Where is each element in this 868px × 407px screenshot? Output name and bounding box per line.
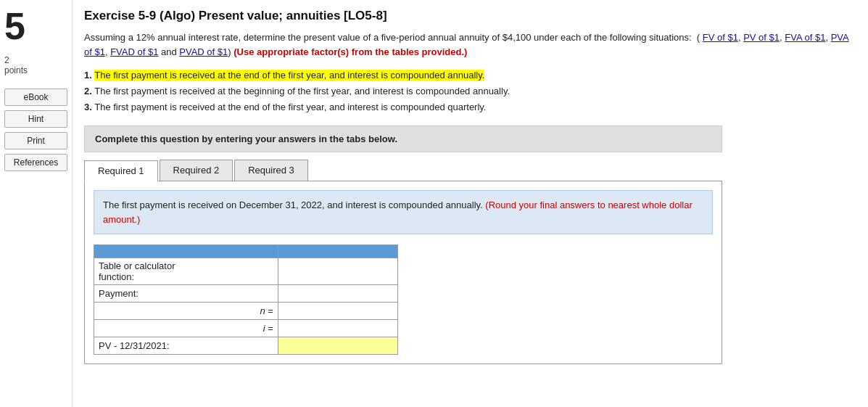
table-row-i: i = xyxy=(94,320,398,337)
tab-required-1[interactable]: Required 1 xyxy=(84,160,158,181)
print-button[interactable]: Print xyxy=(4,132,67,149)
list-item-2: 2. The first payment is received at the … xyxy=(84,83,856,99)
tab-required-3[interactable]: Required 3 xyxy=(234,160,308,181)
fv1-link[interactable]: FV of $1 xyxy=(703,32,738,43)
fvad1-link[interactable]: FVAD of $1 xyxy=(110,46,158,57)
tab-description: The first payment is received on Decembe… xyxy=(94,190,713,234)
table-row-payment: Payment: xyxy=(94,285,398,303)
hint-button[interactable]: Hint xyxy=(4,110,67,128)
payment-label: Payment: xyxy=(94,285,278,303)
data-table: Table or calculatorfunction: Payment: xyxy=(94,244,398,355)
table-row-function: Table or calculatorfunction: xyxy=(94,258,398,285)
intro-text: Assuming a 12% annual interest rate, det… xyxy=(84,30,856,59)
bold-instruction: (Use appropriate factor(s) from the tabl… xyxy=(233,46,467,57)
main-content: Exercise 5-9 (Algo) Present value; annui… xyxy=(73,0,868,407)
exercise-title: Exercise 5-9 (Algo) Present value; annui… xyxy=(84,9,856,23)
n-input[interactable] xyxy=(280,304,396,318)
table-row-n: n = xyxy=(94,303,398,320)
pv-input-cell xyxy=(278,337,397,355)
ebook-button[interactable]: eBook xyxy=(4,89,67,106)
header-col1 xyxy=(94,245,278,258)
payment-input-cell xyxy=(278,285,397,303)
problem-number: 5 xyxy=(4,7,67,45)
tabs-row: Required 1 Required 2 Required 3 xyxy=(84,160,722,181)
n-input-cell xyxy=(278,303,397,320)
tab-content: The first payment is received on Decembe… xyxy=(84,181,722,364)
pv-label: PV - 12/31/2021: xyxy=(94,337,278,355)
pv-input[interactable] xyxy=(280,339,396,353)
function-label: Table or calculatorfunction: xyxy=(94,258,278,285)
i-input-cell xyxy=(278,320,397,337)
header-col2 xyxy=(278,245,397,258)
i-input[interactable] xyxy=(280,321,396,335)
table-header-row xyxy=(94,245,398,258)
sidebar: 5 2 points eBook Hint Print References xyxy=(0,0,73,407)
tab-description-text: The first payment is received on Decembe… xyxy=(103,200,483,210)
payment-input[interactable] xyxy=(280,287,396,300)
list-items: 1. The first payment is received at the … xyxy=(84,67,856,115)
item-1-text: The first payment is received at the end… xyxy=(94,70,484,81)
i-label: i = xyxy=(94,320,278,337)
points-label: 2 points xyxy=(4,55,67,75)
n-label: n = xyxy=(94,303,278,320)
instruction-box: Complete this question by entering your … xyxy=(84,126,722,152)
tabs-area: Required 1 Required 2 Required 3 The fir… xyxy=(84,160,722,364)
list-item-3: 3. The first payment is received at the … xyxy=(84,99,856,115)
function-input[interactable] xyxy=(280,265,396,279)
references-button[interactable]: References xyxy=(4,154,67,171)
fva1-link[interactable]: FVA of $1 xyxy=(785,32,825,43)
tab-required-2[interactable]: Required 2 xyxy=(160,160,233,181)
list-item-1: 1. The first payment is received at the … xyxy=(84,67,856,83)
table-row-pv: PV - 12/31/2021: xyxy=(94,337,398,355)
pv1-link[interactable]: PV of $1 xyxy=(743,32,780,43)
pvad1-link[interactable]: PVAD of $1 xyxy=(179,46,228,57)
function-input-cell xyxy=(278,258,397,285)
